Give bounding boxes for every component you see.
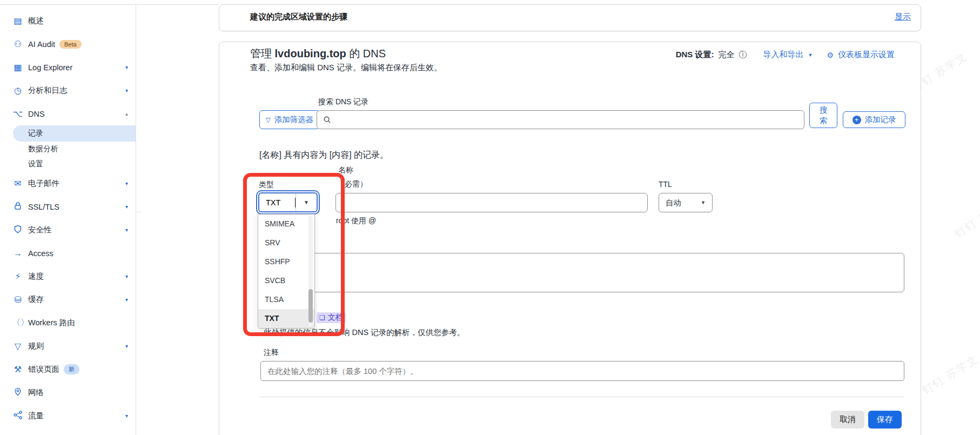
sidebar-item-traffic[interactable]: 流量▾ — [0, 404, 136, 427]
sidebar-item-error-pages[interactable]: ⚒错误页面新 — [0, 358, 136, 381]
search-button[interactable]: 搜索 — [809, 103, 837, 128]
sidebar-item-caching[interactable]: ⛁缓存▾ — [0, 288, 136, 311]
comment-input[interactable] — [260, 361, 904, 381]
sidebar-item-label: 数据分析 — [28, 144, 58, 154]
lightning-icon: ⚡ — [12, 271, 24, 282]
sidebar-item-rules[interactable]: ▽规则▾ — [0, 334, 136, 358]
sidebar-item-dns-records[interactable]: 记录 — [0, 125, 136, 142]
shield-icon — [12, 225, 24, 236]
import-export-link[interactable]: 导入和导出 — [763, 50, 804, 60]
gear-icon[interactable]: ⚙ — [827, 51, 834, 59]
sidebar-item-label: 规则 — [28, 341, 44, 351]
type-chevron-icon[interactable]: ▼ — [296, 193, 317, 211]
banner-show-link[interactable]: 显示 — [895, 12, 911, 22]
sidebar-item-label: 电子邮件 — [28, 178, 59, 189]
beta-badge: Beta — [59, 40, 82, 49]
sidebar-item-overview[interactable]: ▤概述 — [0, 9, 136, 32]
add-filter-label: 添加筛选器 — [274, 115, 314, 125]
ttl-value: 自动 — [666, 198, 681, 208]
import-export-chevron-icon[interactable]: ▼ — [808, 52, 813, 58]
page: 钉钉 苏学文钉钉 苏学文钉钉 苏学文钉钉 苏学文钉钉 苏学文钉钉 苏学文钉钉 苏… — [0, 0, 980, 435]
sidebar-item-dns[interactable]: ⌥DNS▴ — [0, 102, 136, 125]
dns-settings-label: DNS 设置: — [676, 50, 714, 60]
dropdown-option-txt[interactable]: TXT — [258, 309, 314, 328]
chevron-down-icon[interactable]: ▾ — [125, 273, 128, 279]
sidebar: ▤概述⚇AI AuditBeta▦Log Explorer▾◷分析和日志▾⌥DN… — [0, 4, 136, 435]
sidebar-item-label: 分析和日志 — [28, 85, 68, 96]
name-input[interactable] — [335, 193, 648, 212]
sidebar-item-ssl-tls[interactable]: SSL/TLS▾ — [0, 195, 136, 218]
pin-icon — [12, 387, 24, 398]
setup-steps-banner: 建议的完成区域设置的步骤 显示 — [219, 4, 921, 31]
content-note: 此处提供的信息不会影响 DNS 记录的解析，仅供您参考。 — [264, 327, 465, 338]
type-input[interactable] — [259, 193, 296, 211]
chevron-down-icon[interactable]: ▾ — [125, 343, 128, 349]
search-input-wrap — [317, 110, 804, 129]
sidebar-item-label: 速度 — [28, 271, 44, 282]
sidebar-item-label: Log Explorer — [28, 63, 72, 72]
docs-link[interactable]: ❏ 文档 — [317, 312, 346, 323]
sidebar-item-speed[interactable]: ⚡速度▾ — [0, 265, 136, 288]
wrench-icon: ⚒ — [12, 364, 24, 374]
new-badge: 新 — [64, 364, 79, 374]
content-textarea[interactable] — [260, 253, 904, 292]
cache-disks-icon: ⛁ — [12, 295, 24, 305]
robot-icon: ⚇ — [12, 39, 24, 49]
email-icon: ✉ — [12, 178, 24, 189]
ttl-select[interactable]: 自动 ▼ — [659, 193, 713, 212]
search-input[interactable] — [335, 116, 804, 124]
chevron-down-icon[interactable]: ▾ — [125, 297, 128, 303]
page-title-prefix: 管理 — [250, 48, 275, 59]
chevron-down-icon[interactable]: ▾ — [125, 88, 128, 93]
ttl-chevron-icon: ▼ — [701, 200, 706, 205]
type-dropdown-list: SMIMEASRVSSHFPSVCBTLSATXT — [258, 214, 315, 329]
sidebar-item-dns-analytics[interactable]: 数据分析 — [0, 142, 136, 157]
dns-management-card: 管理 lvdoubing.top 的 DNS DNS 设置: 完全 ⓘ 导入和导… — [219, 42, 921, 435]
document-icon: ❏ — [319, 314, 325, 322]
dashboard-display-link[interactable]: 仪表板显示设置 — [838, 50, 895, 60]
sidebar-item-ai-audit[interactable]: ⚇AI AuditBeta — [0, 32, 136, 56]
name-label-line2: （必需） — [337, 179, 367, 189]
sidebar-item-log-explorer[interactable]: ▦Log Explorer▾ — [0, 56, 136, 79]
sidebar-item-network[interactable]: 网络 — [0, 381, 136, 404]
name-label-line1: 名称 — [338, 165, 353, 175]
sidebar-item-dns-settings[interactable]: 设置 — [0, 157, 136, 172]
sidebar-item-scrape-shield[interactable]: ▤Scrape Shield — [0, 427, 136, 435]
chevron-down-icon[interactable]: ▾ — [125, 64, 128, 70]
search-icon — [323, 116, 331, 124]
dropdown-option-smimea[interactable]: SMIMEA — [258, 215, 314, 233]
dropdown-option-sshfp[interactable]: SSHFP — [258, 252, 314, 271]
footer-divider — [260, 397, 904, 397]
lock-icon — [12, 202, 24, 212]
save-button[interactable]: 保存 — [868, 411, 902, 429]
chevron-up-icon[interactable]: ▴ — [125, 111, 128, 117]
access-arrow-icon: → — [12, 249, 24, 258]
dropdown-option-svcb[interactable]: SVCB — [258, 271, 314, 290]
sidebar-item-security[interactable]: 安全性▾ — [0, 218, 136, 242]
scrollbar-thumb[interactable] — [308, 289, 313, 323]
sidebar-item-workers[interactable]: 〈〉Workers 路由 — [0, 311, 136, 334]
chevron-down-icon[interactable]: ▾ — [125, 180, 128, 186]
sidebar-item-label: 错误页面 — [28, 364, 59, 374]
cancel-button[interactable]: 取消 — [831, 411, 864, 429]
sidebar-item-analytics[interactable]: ◷分析和日志▾ — [0, 79, 136, 102]
info-icon[interactable]: ⓘ — [739, 50, 747, 60]
dropdown-option-srv[interactable]: SRV — [258, 233, 314, 252]
filter-sentence: [名称] 具有内容为 [内容] 的记录。 — [259, 150, 388, 161]
name-hint: root 使用 @ — [336, 216, 376, 226]
add-filter-button[interactable]: ▽ 添加筛选器 — [259, 110, 320, 129]
sidebar-item-label: 概述 — [28, 16, 44, 26]
type-combobox[interactable]: ▼ — [258, 192, 318, 212]
chevron-down-icon[interactable]: ▾ — [125, 227, 128, 233]
network-tree-icon: ⌥ — [12, 109, 24, 119]
clipboard-icon: ▤ — [12, 16, 24, 26]
sidebar-item-email[interactable]: ✉电子邮件▾ — [0, 172, 136, 195]
sidebar-item-label: Workers 路由 — [28, 318, 75, 328]
chevron-down-icon[interactable]: ▾ — [125, 413, 128, 419]
add-record-button[interactable]: + 添加记录 — [843, 111, 905, 128]
dropdown-option-tlsa[interactable]: TLSA — [258, 290, 314, 309]
sidebar-item-label: 安全性 — [28, 225, 52, 235]
chevron-down-icon[interactable]: ▾ — [125, 204, 128, 210]
sidebar-item-access[interactable]: →Access — [0, 242, 136, 265]
sidebar-item-label: 缓存 — [28, 295, 44, 305]
